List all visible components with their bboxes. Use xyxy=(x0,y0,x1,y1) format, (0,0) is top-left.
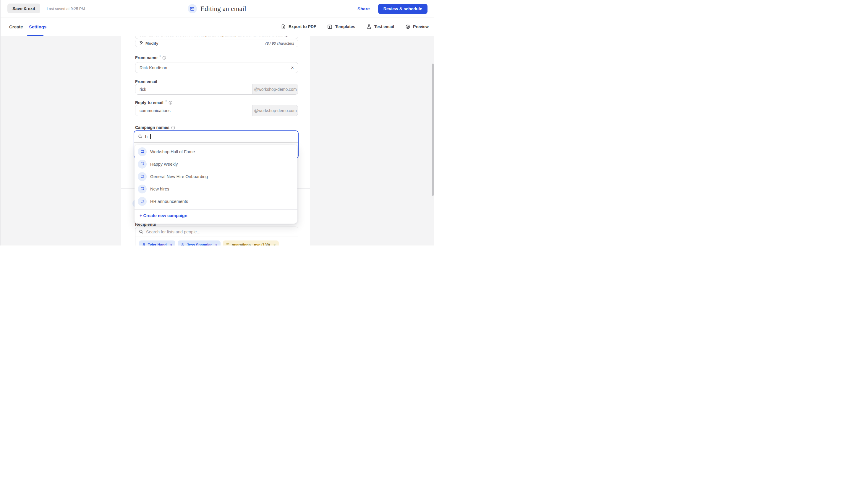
from-email-input[interactable]: rick xyxy=(135,84,252,94)
info-icon[interactable] xyxy=(168,101,173,105)
toolbar: Export to PDF Templates Test email xyxy=(281,18,429,36)
dropdown-divider xyxy=(134,209,298,210)
reply-to-value: communications xyxy=(140,108,170,113)
campaign-option[interactable]: General New Hire Onboarding xyxy=(134,170,298,183)
reply-to-row: communications @workshop-demo.com xyxy=(135,105,298,116)
required-asterisk: * xyxy=(159,55,160,58)
create-new-campaign-button[interactable]: + Create new campaign xyxy=(134,210,298,221)
reply-to-domain-suffix: @workshop-demo.com xyxy=(252,105,298,116)
export-pdf-icon xyxy=(281,24,286,29)
email-editor-page: Save & exit Last saved at 9:25 PM Editin… xyxy=(0,0,434,246)
preview-icon xyxy=(405,24,410,29)
recipients-placeholder: Search for lists and people... xyxy=(146,230,200,234)
export-to-pdf-button[interactable]: Export to PDF xyxy=(281,24,316,29)
sparkle-icon xyxy=(139,41,144,46)
templates-label: Templates xyxy=(335,24,355,29)
export-pdf-label: Export to PDF xyxy=(288,24,316,29)
test-email-button[interactable]: Test email xyxy=(367,24,394,29)
tab-settings[interactable]: Settings xyxy=(29,18,46,36)
page-title: Editing an email xyxy=(200,5,246,13)
templates-button[interactable]: Templates xyxy=(327,24,355,29)
search-icon xyxy=(138,134,143,139)
remove-chip-icon[interactable]: ✕ xyxy=(273,243,276,246)
tab-bar: Create Settings Export to PDF xyxy=(0,18,434,36)
last-saved-status: Last saved at 9:25 PM xyxy=(47,0,85,18)
chip-name: operations - nyc (139) xyxy=(232,243,270,246)
email-icon xyxy=(188,4,197,13)
from-name-value: Rick Knudtson xyxy=(140,65,167,70)
required-asterisk: * xyxy=(165,100,167,103)
campaign-search-query: h xyxy=(145,134,148,139)
from-email-domain-suffix: @workshop-demo.com xyxy=(252,84,298,94)
campaign-option-label: Happy Weekly xyxy=(150,162,178,167)
preview-label: Preview xyxy=(413,24,429,29)
campaign-flag-icon xyxy=(138,197,147,206)
reply-to-label: Reply-to email* xyxy=(135,100,173,105)
from-name-input[interactable]: Rick Knudtson ✕ xyxy=(135,62,298,73)
reply-to-label-text: Reply-to email xyxy=(135,100,163,105)
top-bar: Save & exit Last saved at 9:25 PM Editin… xyxy=(0,0,434,18)
remove-chip-icon[interactable]: ✕ xyxy=(170,243,173,246)
modify-label: Modify xyxy=(146,41,158,46)
search-icon xyxy=(139,230,144,234)
scrollbar[interactable] xyxy=(432,64,434,196)
templates-icon xyxy=(327,24,332,29)
campaign-dropdown: Workshop Hall of Fame Happy Weekly xyxy=(134,145,298,224)
campaign-option[interactable]: Happy Weekly xyxy=(134,157,298,171)
campaign-search-row[interactable]: h xyxy=(134,131,298,142)
share-button[interactable]: Share xyxy=(358,6,370,11)
campaign-option-label: General New Hire Onboarding xyxy=(150,174,208,179)
from-email-label-text: From email xyxy=(135,79,157,84)
remove-chip-icon[interactable]: ✕ xyxy=(215,243,218,246)
from-email-value: rick xyxy=(140,87,146,92)
recipient-chip-list[interactable]: operations - nyc (139) ✕ xyxy=(223,240,279,246)
chip-name: Tyler Hand xyxy=(148,243,167,246)
campaign-option[interactable]: HR announcements xyxy=(134,195,298,208)
from-email-label: From email xyxy=(135,79,157,84)
recipient-chips: Tyler Hand ✕ Jess Spangler ✕ xyxy=(135,237,298,246)
campaign-flag-icon xyxy=(138,147,147,156)
review-schedule-button[interactable]: Review & schedule xyxy=(378,4,428,14)
chip-name: Jess Spangler xyxy=(187,243,212,246)
campaign-flag-icon xyxy=(138,184,147,194)
campaign-option[interactable]: New hires xyxy=(134,182,298,196)
active-tab-indicator xyxy=(27,35,43,36)
campaign-flag-icon xyxy=(138,160,147,169)
reply-to-input[interactable]: communications xyxy=(135,105,252,116)
topbar-actions: Share Review & schedule xyxy=(358,0,428,18)
recipients-box: Search for lists and people... Tyler Han… xyxy=(135,227,298,246)
settings-card: Join us for a week of new hires, importa… xyxy=(121,36,310,246)
save-exit-button[interactable]: Save & exit xyxy=(7,4,40,13)
campaign-names-label: Campaign names xyxy=(135,125,175,130)
from-name-label-text: From name xyxy=(135,55,157,60)
preview-button[interactable]: Preview xyxy=(405,24,429,29)
from-email-row: rick @workshop-demo.com xyxy=(135,84,298,95)
campaign-flag-icon xyxy=(138,172,147,181)
campaign-option-label: New hires xyxy=(150,186,169,191)
character-count: 78 / 90 characters xyxy=(265,41,294,46)
info-icon[interactable] xyxy=(162,56,166,60)
recipient-chip-person[interactable]: Tyler Hand ✕ xyxy=(139,240,175,246)
tab-create[interactable]: Create xyxy=(9,18,23,36)
text-cursor xyxy=(150,134,151,139)
subject-modify-bar: Modify 78 / 90 characters xyxy=(135,40,298,47)
campaign-box-divider xyxy=(134,142,298,143)
recipient-chip-person[interactable]: Jess Spangler ✕ xyxy=(178,240,221,246)
test-email-label: Test email xyxy=(374,24,394,29)
campaign-option[interactable]: Workshop Hall of Fame xyxy=(134,145,298,158)
campaign-option-label: HR announcements xyxy=(150,199,188,204)
from-name-label: From name* xyxy=(135,55,166,60)
info-icon[interactable] xyxy=(171,126,175,129)
recipients-search-input[interactable]: Search for lists and people... xyxy=(135,227,298,237)
content-area: Join us for a week of new hires, importa… xyxy=(0,36,434,246)
clear-from-name-icon[interactable]: ✕ xyxy=(291,66,294,70)
modify-button[interactable]: Modify xyxy=(139,41,158,46)
test-email-icon xyxy=(367,24,372,29)
campaign-option-label: Workshop Hall of Fame xyxy=(150,149,195,154)
campaign-names-label-text: Campaign names xyxy=(135,125,169,130)
